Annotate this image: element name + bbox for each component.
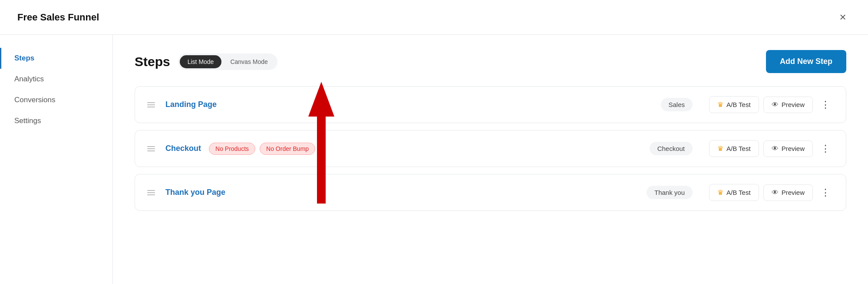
drag-handle-icon[interactable]	[147, 190, 155, 195]
step-name[interactable]: Landing Page	[165, 100, 217, 109]
ab-test-button[interactable]: ♛ A/B Test	[709, 184, 759, 201]
preview-button[interactable]: 👁 Preview	[763, 184, 813, 201]
more-options-button[interactable]: ⋮	[817, 185, 834, 200]
mode-switcher: List Mode Canvas Mode	[178, 53, 277, 70]
main-content: Steps List Mode Canvas Mode Add New Step	[113, 35, 868, 284]
sidebar-item-steps[interactable]: Steps	[0, 48, 112, 69]
step-actions: ♛ A/B Test 👁 Preview ⋮	[709, 140, 834, 157]
sidebar: Steps Analytics Conversions Settings	[0, 35, 113, 284]
eye-icon: 👁	[772, 145, 779, 153]
steps-list: Landing Page Sales ♛ A/B Test 👁 Preview	[135, 86, 846, 211]
crown-icon: ♛	[717, 144, 723, 153]
eye-icon: 👁	[772, 101, 779, 109]
step-actions: ♛ A/B Test 👁 Preview ⋮	[709, 184, 834, 201]
step-name[interactable]: Thank you Page	[165, 188, 225, 197]
step-type-badge: Thank you	[647, 186, 693, 199]
sidebar-item-settings[interactable]: Settings	[0, 110, 112, 131]
sidebar-item-conversions[interactable]: Conversions	[0, 90, 112, 110]
step-row: Landing Page Sales ♛ A/B Test 👁 Preview	[135, 86, 846, 123]
drag-handle-icon[interactable]	[147, 146, 155, 151]
step-row: Checkout No Products No Order Bump Check…	[135, 130, 846, 167]
preview-button[interactable]: 👁 Preview	[763, 140, 813, 157]
ab-test-button[interactable]: ♛ A/B Test	[709, 140, 759, 157]
step-row: Thank you Page Thank you ♛ A/B Test 👁 Pr…	[135, 174, 846, 211]
drag-handle-icon[interactable]	[147, 102, 155, 107]
main-title: Steps	[135, 54, 170, 69]
step-badges: No Products No Order Bump	[209, 143, 642, 155]
no-order-bump-badge: No Order Bump	[260, 143, 315, 155]
main-header-left: Steps List Mode Canvas Mode	[135, 53, 277, 70]
step-actions: ♛ A/B Test 👁 Preview ⋮	[709, 96, 834, 113]
more-options-button[interactable]: ⋮	[817, 97, 834, 112]
window-title: Free Sales Funnel	[17, 12, 99, 23]
body: Steps Analytics Conversions Settings Ste…	[0, 35, 868, 284]
eye-icon: 👁	[772, 189, 779, 197]
more-options-button[interactable]: ⋮	[817, 141, 834, 156]
app-window: Free Sales Funnel × Steps Analytics Conv…	[0, 0, 868, 284]
steps-area: Landing Page Sales ♛ A/B Test 👁 Preview	[135, 86, 846, 211]
no-products-badge: No Products	[209, 143, 255, 155]
crown-icon: ♛	[717, 188, 723, 197]
step-type-badge: Checkout	[650, 142, 693, 155]
canvas-mode-button[interactable]: Canvas Mode	[222, 55, 275, 68]
add-new-step-button[interactable]: Add New Step	[766, 50, 846, 73]
close-button[interactable]: ×	[835, 10, 851, 25]
preview-button[interactable]: 👁 Preview	[763, 97, 813, 113]
main-header: Steps List Mode Canvas Mode Add New Step	[135, 50, 846, 73]
list-mode-button[interactable]: List Mode	[180, 55, 222, 68]
step-name[interactable]: Checkout	[165, 144, 201, 153]
header: Free Sales Funnel ×	[0, 0, 868, 35]
step-type-badge: Sales	[661, 98, 693, 111]
ab-test-button[interactable]: ♛ A/B Test	[709, 96, 759, 113]
crown-icon: ♛	[717, 100, 723, 109]
sidebar-item-analytics[interactable]: Analytics	[0, 69, 112, 90]
